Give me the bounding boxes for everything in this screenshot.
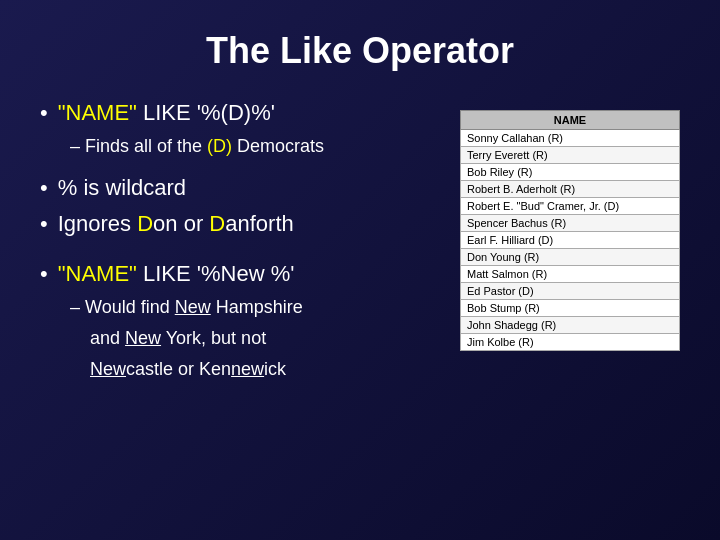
table-row: Terry Everett (R) <box>461 147 680 164</box>
slide-title: The Like Operator <box>40 30 680 72</box>
table-cell: Terry Everett (R) <box>461 147 680 164</box>
table-row: Earl F. Hilliard (D) <box>461 232 680 249</box>
bullet-3-text: Ignores Don or Danforth <box>58 211 294 237</box>
bullet-1-text: "NAME" LIKE '%(D)%' <box>58 100 275 126</box>
table-row: Bob Riley (R) <box>461 164 680 181</box>
table-cell: Sonny Callahan (R) <box>461 130 680 147</box>
bullet-dot-3: • <box>40 211 48 237</box>
sub-bullet-2-new1: New <box>175 297 211 317</box>
table-row: Spencer Bachus (R) <box>461 215 680 232</box>
name-table: NAME Sonny Callahan (R)Terry Everett (R)… <box>460 110 680 351</box>
sub-bullet-2-line2: and New York, but not <box>90 328 440 349</box>
bullet-1-like: LIKE '%(D)%' <box>143 100 275 125</box>
table-row: Don Young (R) <box>461 249 680 266</box>
bullet-4: • "NAME" LIKE '%New %' <box>40 261 440 287</box>
bullet-dot-4: • <box>40 261 48 287</box>
bullet-2: • % is wildcard <box>40 175 440 201</box>
sub-bullet-2-new2: New <box>125 328 161 348</box>
bullet-4-name: "NAME" <box>58 261 137 286</box>
sub-bullet-1-highlight: (D) <box>207 136 232 156</box>
slide: The Like Operator • "NAME" LIKE '%(D)%' … <box>0 0 720 540</box>
content-area: • "NAME" LIKE '%(D)%' – Finds all of the… <box>40 100 680 390</box>
bullet-1-name: "NAME" <box>58 100 137 125</box>
table-cell: Bob Stump (R) <box>461 300 680 317</box>
sub-bullet-2: – Would find New Hampshire <box>70 297 440 318</box>
bullet-3-d2: D <box>209 211 225 236</box>
table-row: Sonny Callahan (R) <box>461 130 680 147</box>
table-row: Robert B. Aderholt (R) <box>461 181 680 198</box>
table-cell: Robert E. "Bud" Cramer, Jr. (D) <box>461 198 680 215</box>
sub-bullet-2-new4: new <box>231 359 264 379</box>
table-cell: John Shadegg (R) <box>461 317 680 334</box>
bullet-4-text: "NAME" LIKE '%New %' <box>58 261 295 287</box>
table-container: NAME Sonny Callahan (R)Terry Everett (R)… <box>460 110 680 390</box>
table-cell: Bob Riley (R) <box>461 164 680 181</box>
table-cell: Don Young (R) <box>461 249 680 266</box>
left-content: • "NAME" LIKE '%(D)%' – Finds all of the… <box>40 100 440 390</box>
table-cell: Ed Pastor (D) <box>461 283 680 300</box>
table-row: Ed Pastor (D) <box>461 283 680 300</box>
sub-bullet-1: – Finds all of the (D) Democrats <box>70 136 440 157</box>
table-cell: Jim Kolbe (R) <box>461 334 680 351</box>
table-row: John Shadegg (R) <box>461 317 680 334</box>
bullet-1: • "NAME" LIKE '%(D)%' <box>40 100 440 126</box>
table-cell: Spencer Bachus (R) <box>461 215 680 232</box>
table-row: Bob Stump (R) <box>461 300 680 317</box>
table-header: NAME <box>461 111 680 130</box>
bullet-3-d1: D <box>137 211 153 236</box>
table-cell: Matt Salmon (R) <box>461 266 680 283</box>
spacer-1 <box>40 167 440 175</box>
table-cell: Robert B. Aderholt (R) <box>461 181 680 198</box>
sub-bullet-2-new3: New <box>90 359 126 379</box>
bullet-4-like: LIKE '%New %' <box>143 261 294 286</box>
bullet-dot-2: • <box>40 175 48 201</box>
spacer-2 <box>40 247 440 261</box>
sub-bullet-2-line3: Newcastle or Kennewick <box>90 359 440 380</box>
bullet-dot-1: • <box>40 100 48 126</box>
table-row: Matt Salmon (R) <box>461 266 680 283</box>
table-cell: Earl F. Hilliard (D) <box>461 232 680 249</box>
table-row: Robert E. "Bud" Cramer, Jr. (D) <box>461 198 680 215</box>
table-body: Sonny Callahan (R)Terry Everett (R)Bob R… <box>461 130 680 351</box>
table-row: Jim Kolbe (R) <box>461 334 680 351</box>
bullet-2-text: % is wildcard <box>58 175 186 201</box>
bullet-3: • Ignores Don or Danforth <box>40 211 440 237</box>
